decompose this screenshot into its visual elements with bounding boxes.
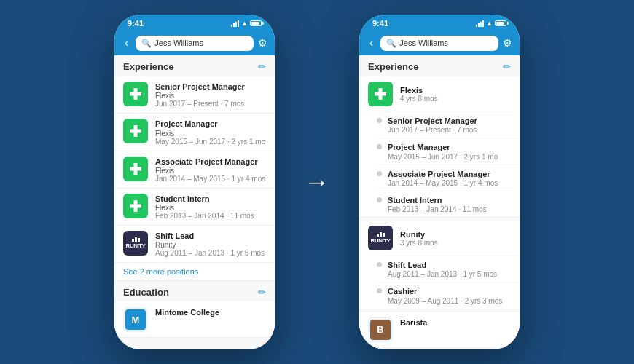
flexis-group-total: 4 yrs 8 mos xyxy=(400,95,438,103)
runity-group-total: 3 yrs 8 mos xyxy=(400,239,438,247)
runity-sub-items: Shift Lead Aug 2011 – Jan 2013 · 1 yr 5 … xyxy=(359,256,520,309)
search-bar-right[interactable]: 🔍 Jess Williams xyxy=(380,36,498,51)
flexis-pos-1-date: Jun 2017 – Present · 7 mos xyxy=(388,126,477,134)
flexis-position-3[interactable]: Associate Project Manager Jan 2014 – May… xyxy=(377,165,520,191)
see-more-link[interactable]: See 2 more positions xyxy=(114,263,275,281)
status-time-left: 9:41 xyxy=(128,19,144,28)
flexis-pos-2-title: Project Manager xyxy=(388,142,498,152)
edit-icon-right[interactable]: ✏ xyxy=(503,61,511,72)
flexis-logo-2 xyxy=(123,119,148,143)
education-title: Education xyxy=(123,287,169,298)
runity-group-info: Runity 3 yrs 8 mos xyxy=(400,230,438,247)
grouped-runity: RUNITY Runity 3 yrs 8 mos Shift Lead Aug… xyxy=(359,221,520,309)
flexis-pos-3-date: Jan 2014 – May 2015 · 1 yr 4 mos xyxy=(388,179,498,187)
search-icon-right: 🔍 xyxy=(386,39,396,48)
education-section-header: Education ✏ xyxy=(114,281,275,302)
runity-position-1[interactable]: Shift Lead Aug 2011 – Jan 2013 · 1 yr 5 … xyxy=(377,256,520,282)
signal-icon xyxy=(231,20,239,27)
arrow-icon: → xyxy=(304,167,330,197)
barista-letter: B xyxy=(377,324,383,335)
timeline-dot-6 xyxy=(377,288,382,293)
back-button-right[interactable]: ‹ xyxy=(367,35,376,51)
edit-icon-left[interactable]: ✏ xyxy=(258,61,266,72)
runity-group-name: Runity xyxy=(400,230,438,239)
timeline-dot-2 xyxy=(377,144,382,149)
runity-pos-2-title: Cashier xyxy=(388,286,502,296)
job-date-1: Jun 2017 – Present · 7 mos xyxy=(155,100,266,108)
flexis-pos-2-info: Project Manager May 2015 – Jun 2017 · 2 … xyxy=(388,142,498,160)
experience-item-2[interactable]: Project Manager Flexis May 2015 – Jun 20… xyxy=(114,114,275,151)
flexis-pos-1-info: Senior Project Manager Jun 2017 – Presen… xyxy=(388,116,477,134)
timeline-dot-1 xyxy=(377,118,382,123)
edit-icon-edu[interactable]: ✏ xyxy=(258,287,266,298)
college-info: Mintome College xyxy=(155,307,266,317)
job-date-2: May 2015 – Jun 2017 · 2 yrs 1 mo xyxy=(155,138,266,146)
item-info-3: Associate Project Manager Flexis Jan 201… xyxy=(155,157,266,183)
job-date-3: Jan 2014 – May 2015 · 1 yr 4 mos xyxy=(155,175,266,183)
battery-icon-right xyxy=(495,20,506,26)
experience-section-header-right: Experience ✏ xyxy=(359,55,520,76)
job-date-5: Aug 2011 – Jan 2013 · 1 yr 5 mos xyxy=(155,249,266,257)
runity-group-header[interactable]: RUNITY Runity 3 yrs 8 mos xyxy=(359,221,520,256)
college-logo: M xyxy=(123,307,148,332)
barista-title: Barista xyxy=(400,317,511,328)
status-time-right: 9:41 xyxy=(372,19,388,28)
wifi-icon-right: ▲ xyxy=(486,20,493,27)
item-info-2: Project Manager Flexis May 2015 – Jun 20… xyxy=(155,119,266,145)
experience-title-left: Experience xyxy=(123,61,173,72)
experience-section-header-left: Experience ✏ xyxy=(114,55,275,76)
experience-item-3[interactable]: Associate Project Manager Flexis Jan 201… xyxy=(114,151,275,189)
runity-pos-2-info: Cashier May 2009 – Aug 2011 · 2 yrs 3 mo… xyxy=(388,286,502,304)
company-name-1: Flexis xyxy=(155,92,266,100)
flexis-group-header[interactable]: Flexis 4 yrs 8 mos xyxy=(359,76,520,111)
search-text-right: Jess Williams xyxy=(399,39,448,47)
item-info-1: Senior Project Manager Flexis Jun 2017 –… xyxy=(155,82,266,108)
item-info-4: Student Intern Flexis Feb 2013 – Jan 201… xyxy=(155,194,266,220)
nav-bar-right: ‹ 🔍 Jess Williams ⚙ xyxy=(359,31,520,55)
job-date-4: Feb 2013 – Jan 2014 · 11 mos xyxy=(155,212,266,220)
education-item-1[interactable]: M Mintome College xyxy=(114,302,275,338)
back-button-left[interactable]: ‹ xyxy=(122,35,131,51)
job-title-4: Student Intern xyxy=(155,194,266,204)
runity-pos-1-date: Aug 2011 – Jan 2013 · 1 yr 5 mos xyxy=(388,270,497,278)
experience-item-5[interactable]: RUNITY Shift Lead Runity Aug 2011 – Jan … xyxy=(114,226,275,263)
flexis-logo-4 xyxy=(123,194,148,218)
timeline-dot-5 xyxy=(377,262,382,267)
settings-button-left[interactable]: ⚙ xyxy=(258,37,267,49)
flexis-pos-4-info: Student Intern Feb 2013 – Jan 2014 · 11 … xyxy=(388,195,487,213)
status-icons-right: ▲ xyxy=(476,20,506,27)
runity-pos-1-title: Shift Lead xyxy=(388,260,497,270)
college-name: Mintome College xyxy=(155,307,266,317)
experience-item-1[interactable]: Senior Project Manager Flexis Jun 2017 –… xyxy=(114,76,275,114)
search-bar-left[interactable]: 🔍 Jess Williams xyxy=(136,36,254,51)
item-info-5: Shift Lead Runity Aug 2011 – Jan 2013 · … xyxy=(155,231,266,257)
company-name-2: Flexis xyxy=(155,130,266,138)
experience-title-right: Experience xyxy=(368,61,418,72)
runity-logo-1: RUNITY xyxy=(123,231,148,256)
battery-icon xyxy=(250,20,262,26)
grouped-flexis: Flexis 4 yrs 8 mos Senior Project Manage… xyxy=(359,76,520,218)
company-name-4: Flexis xyxy=(155,204,266,212)
flexis-position-4[interactable]: Student Intern Feb 2013 – Jan 2014 · 11 … xyxy=(377,191,520,217)
flexis-group-info: Flexis 4 yrs 8 mos xyxy=(400,86,438,103)
notch xyxy=(173,15,216,25)
signal-icon-right xyxy=(476,20,484,27)
flexis-pos-2-date: May 2015 – Jun 2017 · 2 yrs 1 mo xyxy=(388,153,498,161)
flexis-pos-3-info: Associate Project Manager Jan 2014 – May… xyxy=(388,169,498,187)
search-text-left: Jess Williams xyxy=(154,39,203,47)
experience-item-4[interactable]: Student Intern Flexis Feb 2013 – Jan 201… xyxy=(114,189,275,226)
barista-item[interactable]: B Barista xyxy=(359,312,520,348)
job-title-3: Associate Project Manager xyxy=(155,157,266,167)
content-right: Experience ✏ Flexis 4 yrs 8 mos xyxy=(359,55,520,349)
left-phone: 9:41 ▲ ‹ 🔍 Jess Williams ⚙ Experience ✏ xyxy=(114,15,275,349)
runity-position-2[interactable]: Cashier May 2009 – Aug 2011 · 2 yrs 3 mo… xyxy=(377,282,520,308)
content-left: Experience ✏ Senior Project Manager Flex… xyxy=(114,55,275,349)
timeline-dot-3 xyxy=(377,171,382,176)
runity-pos-1-info: Shift Lead Aug 2011 – Jan 2013 · 1 yr 5 … xyxy=(388,260,497,278)
settings-button-right[interactable]: ⚙ xyxy=(503,37,512,49)
flexis-position-1[interactable]: Senior Project Manager Jun 2017 – Presen… xyxy=(377,111,520,138)
notch-right xyxy=(418,15,461,25)
right-phone: 9:41 ▲ ‹ 🔍 Jess Williams ⚙ Experience ✏ xyxy=(359,15,520,349)
arrow-container: → xyxy=(304,167,330,197)
flexis-position-2[interactable]: Project Manager May 2015 – Jun 2017 · 2 … xyxy=(377,138,520,164)
